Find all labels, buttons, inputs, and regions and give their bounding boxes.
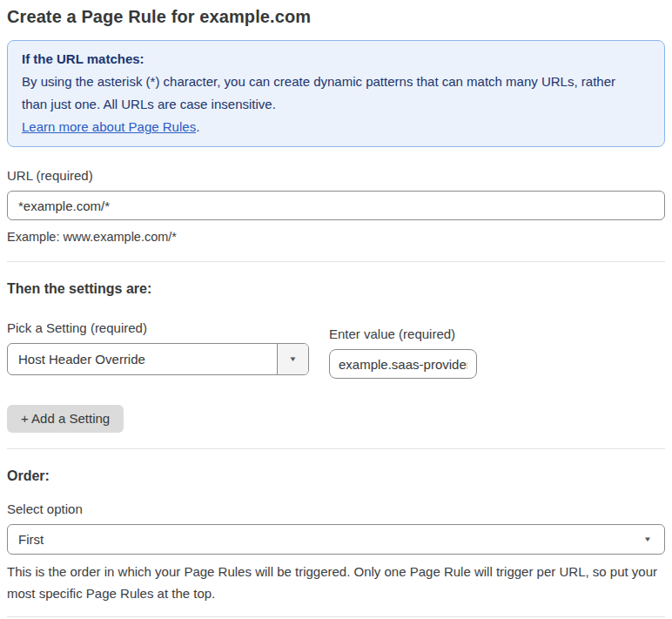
order-heading: Order: — [7, 468, 665, 484]
setting-value-column: Enter value (required) — [329, 320, 477, 379]
chevron-down-icon: ▼ — [643, 535, 652, 543]
settings-row: Pick a Setting (required) Host Header Ov… — [7, 320, 665, 379]
url-match-info-box: If the URL matches: By using the asteris… — [7, 40, 665, 147]
page-title: Create a Page Rule for example.com — [7, 5, 665, 28]
setting-select-value: Host Header Override — [8, 344, 277, 374]
url-input[interactable] — [7, 191, 665, 220]
url-label: URL (required) — [7, 168, 665, 184]
setting-select[interactable]: Host Header Override ▼ — [7, 343, 309, 375]
order-select-label: Select option — [7, 501, 665, 517]
divider — [7, 616, 665, 617]
info-box-heading: If the URL matches: — [22, 48, 650, 71]
order-select[interactable]: First ▼ — [7, 524, 665, 555]
page-rule-form: Create a Page Rule for example.com If th… — [0, 0, 672, 619]
info-box-body: By using the asterisk (*) character, you… — [22, 71, 631, 116]
learn-more-link[interactable]: Learn more about Page Rules — [22, 119, 196, 134]
setting-value-label: Enter value (required) — [329, 326, 477, 342]
order-select-value: First — [18, 532, 44, 547]
divider — [7, 261, 665, 262]
setting-picker-label: Pick a Setting (required) — [7, 320, 309, 336]
setting-picker-column: Pick a Setting (required) Host Header Ov… — [7, 320, 309, 379]
chevron-down-icon: ▼ — [289, 355, 298, 363]
info-link-line: Learn more about Page Rules. — [22, 116, 650, 138]
url-helper-text: Example: www.example.com/* — [7, 228, 665, 246]
link-suffix: . — [196, 119, 199, 134]
add-setting-button[interactable]: + Add a Setting — [7, 405, 124, 433]
order-helper-text: This is the order in which your Page Rul… — [7, 561, 662, 604]
settings-heading: Then the settings are: — [7, 281, 665, 297]
setting-select-arrow-button[interactable]: ▼ — [277, 344, 308, 374]
divider — [7, 448, 665, 449]
url-section: URL (required) Example: www.example.com/… — [7, 168, 665, 246]
setting-value-input[interactable] — [329, 349, 477, 379]
